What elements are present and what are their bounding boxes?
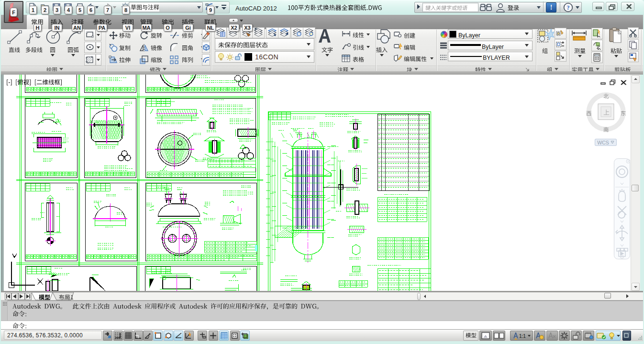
svg-text:?: ?: [567, 4, 570, 11]
svg-text:1:1: 1:1: [519, 333, 526, 339]
